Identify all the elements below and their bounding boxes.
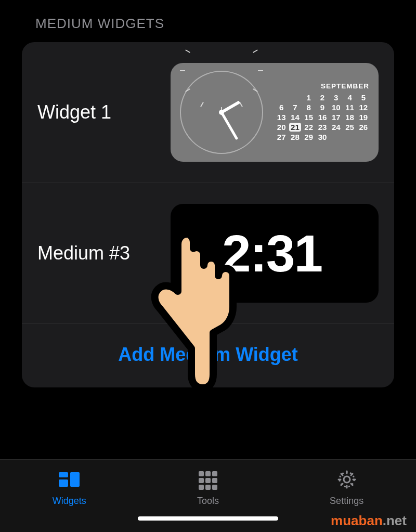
calendar-day: 9 [317, 103, 328, 112]
svg-rect-7 [205, 478, 211, 483]
widget-label: Widget 1 [37, 101, 171, 123]
svg-rect-11 [212, 485, 217, 490]
gear-icon [335, 469, 358, 492]
calendar-day [330, 133, 342, 141]
calendar-preview: SEPTEMBER 123456789101112131415161718192… [276, 82, 369, 142]
calendar-day: 6 [276, 103, 287, 112]
analog-clock-icon [180, 71, 263, 154]
widgets-card: Widget 1 SEPTEMBER [22, 42, 394, 387]
calendar-day: 12 [358, 103, 369, 112]
calendar-day [276, 93, 287, 102]
calendar-day: 24 [330, 123, 342, 132]
calendar-day: 21 [289, 123, 301, 132]
svg-rect-4 [205, 471, 211, 476]
calendar-day: 19 [358, 113, 369, 122]
digital-time: 2:31 [222, 224, 327, 283]
calendar-day: 27 [276, 133, 287, 141]
calendar-day: 5 [358, 93, 369, 102]
calendar-day: 23 [317, 123, 328, 132]
tab-tools[interactable]: Tools [161, 469, 255, 507]
svg-rect-10 [205, 485, 211, 490]
widget-row-2[interactable]: Medium #3 2:31 [22, 183, 394, 324]
calendar-day: 13 [276, 113, 287, 122]
calendar-day: 14 [289, 113, 301, 122]
home-indicator[interactable] [138, 516, 278, 521]
section-header: MEDIUM WIDGETS [0, 0, 416, 37]
svg-rect-3 [199, 471, 204, 476]
calendar-day: 25 [344, 123, 355, 132]
svg-rect-6 [199, 478, 204, 483]
svg-rect-2 [70, 472, 80, 487]
calendar-day: 1 [303, 93, 315, 102]
tab-label: Tools [197, 496, 219, 507]
calendar-day: 8 [303, 103, 315, 112]
svg-rect-8 [212, 478, 217, 483]
widget-row-1[interactable]: Widget 1 SEPTEMBER [22, 42, 394, 183]
add-row: Add Medium Widget [22, 324, 394, 387]
calendar-day: 11 [344, 103, 355, 112]
svg-rect-9 [199, 485, 204, 490]
widgets-icon [58, 469, 81, 492]
calendar-day: 10 [330, 103, 342, 112]
calendar-month: SEPTEMBER [276, 82, 369, 90]
svg-point-12 [344, 476, 350, 483]
tab-label: Settings [330, 496, 363, 507]
calendar-day: 3 [330, 93, 342, 102]
svg-rect-0 [59, 472, 68, 477]
calendar-day: 22 [303, 123, 315, 132]
calendar-day: 2 [317, 93, 328, 102]
tab-widgets[interactable]: Widgets [22, 469, 116, 507]
calendar-day: 18 [344, 113, 355, 122]
calendar-day: 20 [276, 123, 287, 132]
add-medium-widget-button[interactable]: Add Medium Widget [118, 344, 298, 366]
calendar-day [358, 133, 369, 141]
calendar-day [289, 93, 301, 102]
calendar-day [344, 133, 355, 141]
widget-label: Medium #3 [37, 242, 171, 264]
calendar-day: 15 [303, 113, 315, 122]
tab-settings[interactable]: Settings [300, 469, 394, 507]
grid-icon [197, 469, 219, 492]
watermark: muaban.net [331, 513, 407, 529]
tab-label: Widgets [53, 496, 86, 507]
svg-rect-1 [59, 479, 68, 487]
calendar-day: 30 [317, 133, 328, 141]
calendar-day: 29 [303, 133, 315, 141]
widget-preview-clock-calendar: SEPTEMBER 123456789101112131415161718192… [171, 63, 379, 162]
calendar-day: 26 [358, 123, 369, 132]
calendar-day: 7 [289, 103, 301, 112]
widget-preview-time: 2:31 [171, 204, 379, 303]
svg-rect-5 [212, 471, 217, 476]
calendar-day: 28 [289, 133, 301, 141]
calendar-day: 4 [344, 93, 355, 102]
calendar-day: 16 [317, 113, 328, 122]
calendar-day: 17 [330, 113, 342, 122]
